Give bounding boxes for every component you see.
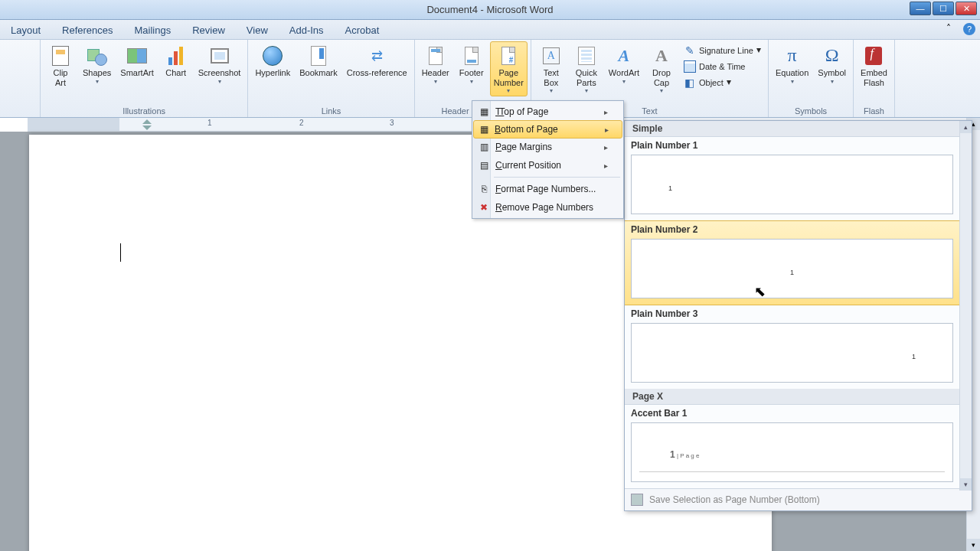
signature-line-button[interactable]: Signature Line▾	[680, 43, 765, 58]
gallery-preview: 1	[631, 323, 953, 383]
scroll-down-button[interactable]: ▾	[967, 539, 980, 551]
embed-flash-button[interactable]: Embed Flash	[857, 41, 891, 90]
page-margins-icon: ▥	[477, 142, 491, 152]
group-illustrations: Clip Art Shapes▾ SmartArt Chart Screensh…	[41, 40, 248, 117]
tab-mailings[interactable]: Mailings	[124, 21, 182, 39]
window-controls: — ☐ ✕	[908, 2, 977, 15]
gallery-save-selection: Save Selection as Page Number (Bottom)	[625, 488, 972, 510]
gallery-scrollbar[interactable]: ▴ ▾	[959, 121, 972, 491]
menu-label: Page Margins	[495, 142, 552, 152]
page-current-icon: ▤	[477, 160, 491, 171]
object-button[interactable]: Object▾	[680, 75, 765, 90]
page-number-menu: ▦ T Top of Page ▸ ▦ Bottom of Page ▸ ▥ P…	[472, 100, 624, 219]
submenu-arrow-icon: ▸	[604, 143, 608, 152]
close-button[interactable]: ✕	[956, 2, 977, 15]
remove-icon: ✖	[477, 202, 491, 213]
ruler-number: 1	[207, 119, 212, 127]
group-label-flash: Flash	[857, 105, 891, 116]
smartart-button[interactable]: SmartArt	[116, 41, 157, 80]
menu-page-margins[interactable]: ▥ Page Margins ▸	[474, 138, 622, 156]
menu-top-of-page[interactable]: ▦ T Top of Page ▸	[474, 103, 622, 121]
ribbon-tabs: Layout References Mailings Review View A…	[0, 20, 980, 40]
gallery-item-title: Accent Bar 1	[629, 406, 967, 421]
tab-view[interactable]: View	[236, 21, 279, 39]
menu-label: Top of Page	[499, 106, 548, 117]
menu-label: Remove Page Numbers	[495, 202, 593, 213]
ruler-number: 2	[299, 119, 304, 127]
cross-reference-button[interactable]: Cross-reference	[343, 41, 411, 80]
hyperlink-button[interactable]: Hyperlink	[251, 41, 294, 80]
group-links: Hyperlink Bookmark Cross-reference Links	[248, 40, 414, 117]
gallery-preview: 1	[631, 239, 953, 298]
format-icon: ⎘	[477, 184, 491, 194]
menu-remove-page-numbers[interactable]: ✖ Remove Page Numbers	[474, 198, 622, 217]
submenu-arrow-icon: ▸	[605, 126, 609, 134]
group-label-blank	[3, 105, 37, 116]
group-symbols: πEquation▾ ΩSymbol▾ Symbols	[769, 40, 854, 117]
gallery-section-simple: Simple	[625, 121, 972, 137]
tab-acrobat[interactable]: Acrobat	[335, 21, 390, 39]
gallery-item-plain-number-3[interactable]: Plain Number 3 1	[625, 305, 972, 389]
footer-button[interactable]: Footer▾	[455, 41, 488, 87]
menu-format-page-numbers[interactable]: ⎘ Format Page Numbers...	[474, 180, 622, 198]
gallery-item-title: Plain Number 1	[629, 139, 967, 153]
gallery-save-label: Save Selection as Page Number (Bottom)	[649, 494, 820, 505]
clip-art-button[interactable]: Clip Art	[44, 41, 77, 90]
gallery-preview: 1	[631, 155, 953, 214]
gallery-section-pagex: Page X	[625, 389, 972, 405]
menu-current-position[interactable]: ▤ Current Position ▸	[474, 156, 622, 174]
unknown-button[interactable]	[3, 41, 37, 70]
group-label-symbols: Symbols	[772, 105, 850, 116]
tab-references[interactable]: References	[51, 21, 123, 39]
page-number-button[interactable]: Page Number▾	[490, 41, 528, 96]
tab-addins[interactable]: Add-Ins	[279, 21, 335, 39]
save-icon	[631, 494, 643, 506]
submenu-arrow-icon: ▸	[604, 108, 608, 116]
page-number-gallery: ▴ ▾ Simple Plain Number 1 1 Plain Number…	[624, 120, 972, 511]
screenshot-button[interactable]: Screenshot▾	[194, 41, 245, 87]
window-title: Document4 - Microsoft Word	[426, 4, 553, 15]
minimize-button[interactable]: —	[910, 2, 931, 15]
calendar-icon	[684, 60, 696, 73]
quick-parts-button[interactable]: Quick Parts▾	[570, 41, 603, 96]
help-icon[interactable]: ?	[963, 23, 975, 35]
ribbon-help-area: ˄ ?	[946, 23, 975, 35]
signature-icon	[684, 44, 696, 57]
text-cursor	[120, 243, 121, 262]
gallery-item-title: Plain Number 3	[629, 307, 967, 321]
tab-layout[interactable]: Layout	[0, 21, 51, 39]
tab-review[interactable]: Review	[181, 21, 236, 39]
gallery-scroll-down[interactable]: ▾	[960, 478, 972, 491]
header-button[interactable]: Header▾	[418, 41, 453, 87]
gallery-item-accent-bar-1[interactable]: Accent Bar 1 1 | P a g e	[625, 405, 972, 488]
indent-marker-icon[interactable]	[142, 119, 152, 130]
gallery-scroll-up[interactable]: ▴	[960, 121, 972, 133]
minimize-ribbon-icon[interactable]: ˄	[946, 23, 959, 35]
chart-button[interactable]: Chart	[159, 41, 193, 80]
ruler-number: 3	[390, 119, 394, 127]
gallery-item-title: Plain Number 2	[629, 223, 967, 237]
symbol-button[interactable]: ΩSymbol▾	[814, 41, 850, 87]
text-box-button[interactable]: Text Box▾	[534, 41, 568, 96]
page-top-icon: ▦	[477, 106, 491, 117]
group-flash: Embed Flash Flash	[854, 40, 895, 117]
gallery-preview: 1 | P a g e	[631, 422, 953, 482]
menu-label: Bottom of Page	[495, 124, 558, 135]
group-label-links: Links	[251, 105, 410, 116]
wordart-button[interactable]: AWordArt▾	[605, 41, 643, 87]
maximize-button[interactable]: ☐	[933, 2, 954, 15]
object-icon	[684, 77, 696, 89]
menu-label: Format Page Numbers...	[495, 184, 596, 194]
title-bar: Document4 - Microsoft Word — ☐ ✕	[0, 0, 980, 20]
equation-button[interactable]: πEquation▾	[772, 41, 812, 87]
gallery-item-plain-number-1[interactable]: Plain Number 1 1	[625, 137, 972, 220]
shapes-button[interactable]: Shapes▾	[79, 41, 115, 87]
bookmark-button[interactable]: Bookmark	[296, 41, 341, 80]
date-time-button[interactable]: Date & Time	[680, 59, 765, 74]
page-bottom-icon: ▦	[477, 124, 491, 135]
menu-bottom-of-page[interactable]: ▦ Bottom of Page ▸	[473, 120, 622, 139]
gallery-item-plain-number-2[interactable]: Plain Number 2 1	[625, 220, 972, 305]
drop-cap-button[interactable]: ADrop Cap▾	[645, 41, 678, 96]
submenu-arrow-icon: ▸	[604, 161, 608, 170]
menu-label: Current Position	[495, 160, 561, 171]
